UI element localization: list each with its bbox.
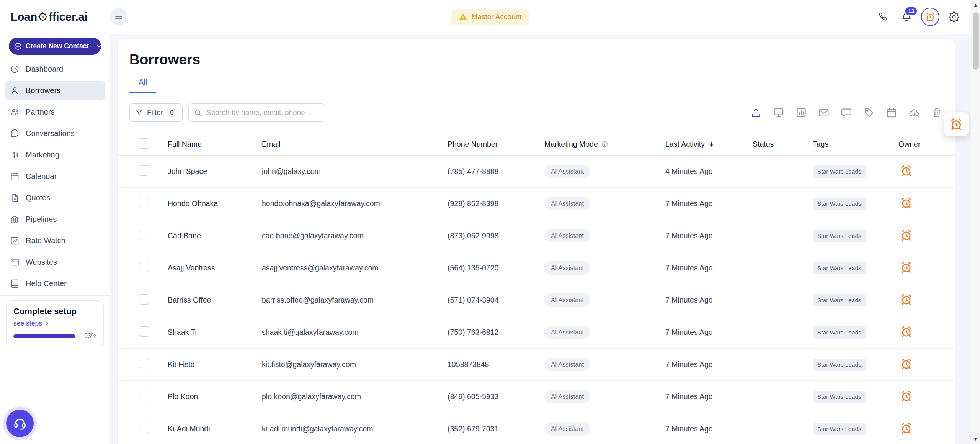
row-checkbox[interactable] — [139, 165, 149, 176]
sidebar-item-marketing[interactable]: Marketing — [5, 145, 105, 164]
filter-label: Filter — [147, 108, 163, 117]
row-checkbox[interactable] — [139, 423, 149, 433]
search-box — [188, 103, 325, 122]
see-steps-link[interactable]: see steps — [13, 319, 50, 328]
owner-alarm-icon[interactable] — [900, 229, 913, 241]
cell-full-name: Kit Fisto — [168, 360, 262, 369]
table-row[interactable]: Hondo Ohnaka hondo.ohnaka@galaxyfaraway.… — [118, 188, 955, 220]
owner-alarm-icon[interactable] — [900, 293, 913, 306]
sidebar-item-help-center[interactable]: Help Center — [5, 274, 105, 293]
cell-last-activity: 7 Minutes Ago — [665, 296, 753, 305]
row-checkbox[interactable] — [139, 198, 149, 208]
monitor-button[interactable] — [773, 106, 785, 119]
notifications-button[interactable]: 13 — [897, 8, 916, 26]
export-button[interactable] — [750, 106, 762, 119]
sidebar-item-conversations[interactable]: Conversations — [5, 124, 105, 143]
delete-button[interactable] — [931, 106, 943, 119]
table-row[interactable]: Ki-Adi Mundi ki-adi.mundi@galaxyfaraway.… — [118, 413, 955, 444]
sidebar-item-rate-watch[interactable]: Rate Watch — [5, 231, 105, 250]
ai-assistant-alarm-button[interactable] — [921, 8, 939, 26]
sidebar-item-pipelines[interactable]: Pipelines — [5, 210, 105, 229]
search-icon — [194, 108, 202, 117]
scrollbar-thumb[interactable] — [973, 12, 979, 70]
cell-email: kit.fisto@galaxyfaraway.com — [262, 360, 448, 369]
app-logo: Loanfficer.ai — [11, 11, 88, 23]
vertical-scrollbar[interactable]: ▲ ▼ — [971, 0, 980, 444]
row-checkbox[interactable] — [139, 391, 149, 401]
tag-badge: Star Wars Leads — [813, 230, 866, 242]
cell-email: shaak.ti@galaxyfaraway.com — [262, 328, 448, 337]
settings-button[interactable] — [945, 8, 963, 26]
ai-assistant-flyout-button[interactable] — [944, 112, 969, 136]
cell-phone: (571) 074-3904 — [448, 296, 544, 305]
row-checkbox[interactable] — [139, 359, 149, 369]
column-header-full-name[interactable]: Full Name — [168, 140, 262, 149]
sidebar-item-label: Partners — [26, 108, 55, 116]
info-icon[interactable] — [601, 141, 608, 148]
table-row[interactable]: Asajj Ventress asajj.ventress@galaxyfara… — [118, 252, 955, 284]
scrollbar-down-arrow[interactable]: ▼ — [971, 436, 980, 442]
cell-last-activity: 7 Minutes Ago — [665, 264, 753, 272]
setup-progress-bar — [13, 334, 80, 338]
table-row[interactable]: Cad Bane cad.bane@galaxyfaraway.com (873… — [118, 220, 955, 252]
table-row[interactable]: John Space john@galaxy.com (785) 477-888… — [118, 156, 955, 188]
owner-alarm-icon[interactable] — [900, 357, 913, 370]
owner-alarm-icon[interactable] — [900, 422, 913, 434]
marketing-mode-badge: AI Assistant — [544, 422, 590, 436]
table-row[interactable]: Plo Koon plo.koon@galaxyfaraway.com (849… — [118, 381, 955, 413]
table-row[interactable]: Shaak Ti shaak.ti@galaxyfaraway.com (750… — [118, 316, 955, 349]
tabs: All — [118, 78, 955, 93]
column-header-status[interactable]: Status — [753, 140, 813, 149]
sidebar-item-calendar[interactable]: Calendar — [5, 167, 105, 186]
dashboard-icon — [10, 64, 20, 74]
row-checkbox[interactable] — [139, 262, 149, 272]
chevron-down-icon[interactable] — [96, 43, 102, 49]
sidebar-toggle-button[interactable] — [110, 8, 127, 26]
owner-alarm-icon[interactable] — [900, 261, 913, 274]
create-new-contact-button[interactable]: Create New Contact — [9, 38, 101, 55]
table-row[interactable]: Barriss Offee barriss.offee@galaxyfarawa… — [118, 284, 955, 316]
owner-alarm-icon[interactable] — [900, 325, 913, 338]
sidebar-item-partners[interactable]: Partners — [5, 102, 105, 121]
sidebar-item-quotes[interactable]: Quotes — [5, 188, 105, 207]
column-header-email[interactable]: Email — [262, 140, 448, 149]
sms-button[interactable] — [840, 106, 853, 119]
row-checkbox[interactable] — [139, 230, 149, 240]
analytics-button[interactable] — [795, 106, 807, 119]
row-checkbox[interactable] — [139, 326, 149, 337]
pipelines-icon — [10, 215, 20, 224]
create-new-contact-label: Create New Contact — [26, 42, 89, 50]
column-header-tags[interactable]: Tags — [813, 140, 898, 149]
support-chat-button[interactable] — [6, 410, 34, 437]
calendar-button[interactable] — [885, 106, 898, 119]
table-row[interactable]: Kit Fisto kit.fisto@galaxyfaraway.com 10… — [118, 349, 955, 381]
owner-alarm-icon[interactable] — [900, 197, 913, 209]
select-all-checkbox[interactable] — [139, 138, 149, 149]
owner-alarm-icon[interactable] — [900, 390, 913, 402]
search-input[interactable] — [188, 103, 325, 122]
email-button[interactable] — [818, 106, 830, 119]
column-header-marketing-mode[interactable]: Marketing Mode — [544, 140, 665, 149]
marketing-mode-badge: AI Assistant — [544, 390, 590, 403]
column-header-last-activity[interactable]: Last Activity — [665, 140, 753, 149]
scrollbar-up-arrow[interactable]: ▲ — [971, 2, 980, 8]
tag-badge: Star Wars Leads — [813, 359, 866, 371]
alarm-clock-icon — [949, 117, 963, 131]
cloud-download-button[interactable] — [908, 106, 920, 119]
borrowers-icon — [10, 86, 20, 95]
column-header-owner[interactable]: Owner — [898, 140, 955, 149]
sidebar-item-websites[interactable]: Websites — [5, 252, 105, 272]
plus-circle-icon — [14, 42, 22, 51]
tag-button[interactable] — [863, 106, 875, 119]
row-checkbox[interactable] — [139, 294, 149, 305]
sidebar-item-borrowers[interactable]: Borrowers — [5, 81, 105, 100]
filter-button[interactable]: Filter 0 — [129, 103, 183, 122]
phone-button[interactable] — [874, 8, 892, 26]
sidebar-item-dashboard[interactable]: Dashboard — [5, 59, 105, 79]
owner-alarm-icon[interactable] — [900, 164, 913, 177]
tab-all[interactable]: All — [129, 78, 156, 93]
column-header-phone[interactable]: Phone Number — [448, 140, 544, 149]
sort-desc-icon[interactable] — [708, 141, 715, 148]
cell-email: ki-adi.mundi@galaxyfaraway.com — [262, 424, 448, 433]
tag-badge: Star Wars Leads — [813, 165, 866, 178]
